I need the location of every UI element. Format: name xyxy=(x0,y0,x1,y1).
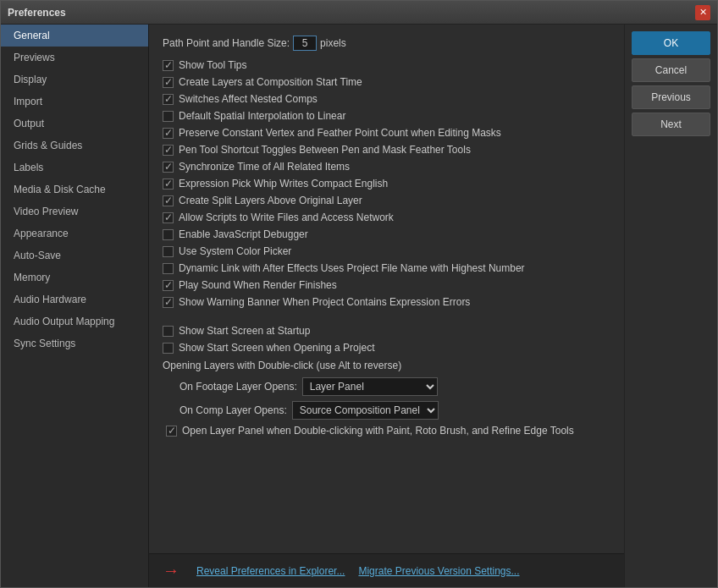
sidebar-item-memory[interactable]: Memory xyxy=(1,267,148,289)
cb-check-enable-js-debugger[interactable] xyxy=(163,229,174,240)
close-button[interactable]: ✕ xyxy=(695,5,710,20)
cb-pen-tool: Pen Tool Shortcut Toggles Between Pen an… xyxy=(163,141,610,158)
on-comp-label: On Comp Layer Opens: xyxy=(180,404,287,416)
cb-show-warning: Show Warning Banner When Project Contain… xyxy=(163,294,610,310)
sidebar-item-sync-settings[interactable]: Sync Settings xyxy=(1,332,148,354)
cb-check-open-layer-panel[interactable] xyxy=(166,426,177,437)
cb-create-layers: Create Layers at Composition Start Time xyxy=(163,74,610,91)
bottom-bar: → Reveal Preferences in Explorer... Migr… xyxy=(149,553,624,587)
sidebar: General Previews Display Import Output G… xyxy=(1,25,149,587)
sidebar-item-video-preview[interactable]: Video Preview xyxy=(1,201,148,223)
sidebar-item-media[interactable]: Media & Disk Cache xyxy=(1,179,148,201)
title-bar: Preferences ✕ xyxy=(1,1,717,25)
sidebar-item-audio-output-mapping[interactable]: Audio Output Mapping xyxy=(1,310,148,332)
path-point-input[interactable] xyxy=(293,36,317,51)
pixels-label: pixels xyxy=(320,37,346,49)
cb-check-preserve-constant[interactable] xyxy=(163,128,174,139)
on-footage-label: On Footage Layer Opens: xyxy=(180,381,297,393)
window-title: Preferences xyxy=(8,7,66,19)
path-point-row: Path Point and Handle Size: pixels xyxy=(163,33,610,53)
cb-check-show-start-screen[interactable] xyxy=(163,326,174,337)
right-buttons-panel: OK Cancel Previous Next xyxy=(624,25,717,587)
next-button[interactable]: Next xyxy=(632,113,710,136)
main-content: Path Point and Handle Size: pixels Show … xyxy=(149,25,624,553)
cb-use-system-color: Use System Color Picker xyxy=(163,243,610,260)
cb-play-sound: Play Sound When Render Finishes xyxy=(163,277,610,294)
cb-enable-js-debugger: Enable JavaScript Debugger xyxy=(163,226,610,243)
sidebar-item-grids[interactable]: Grids & Guides xyxy=(1,135,148,157)
cb-check-show-warning[interactable] xyxy=(163,297,174,308)
cb-check-play-sound[interactable] xyxy=(163,280,174,291)
arrow-icon: → xyxy=(163,561,180,580)
cb-switches-affect: Switches Affect Nested Comps xyxy=(163,91,610,107)
cb-allow-scripts: Allow Scripts to Write Files and Access … xyxy=(163,209,610,226)
sidebar-item-auto-save[interactable]: Auto-Save xyxy=(1,245,148,267)
cb-create-split: Create Split Layers Above Original Layer xyxy=(163,192,610,209)
cb-check-expression-pick[interactable] xyxy=(163,179,174,190)
opening-layers-label: Opening Layers with Double-click (use Al… xyxy=(163,356,610,375)
cb-dynamic-link: Dynamic Link with After Effects Uses Pro… xyxy=(163,260,610,277)
cb-check-use-system-color[interactable] xyxy=(163,246,174,257)
sidebar-item-appearance[interactable]: Appearance xyxy=(1,223,148,245)
cb-check-default-spatial[interactable] xyxy=(163,111,174,122)
cb-open-layer-panel: Open Layer Panel when Double-clicking wi… xyxy=(163,422,610,439)
cb-check-allow-scripts[interactable] xyxy=(163,212,174,223)
cb-check-show-start-screen-opening[interactable] xyxy=(163,343,174,354)
sidebar-item-previews[interactable]: Previews xyxy=(1,47,148,69)
cb-default-spatial: Default Spatial Interpolation to Linear xyxy=(163,107,610,124)
cb-check-show-tool-tips[interactable] xyxy=(163,60,174,71)
migrate-settings-link[interactable]: Migrate Previous Version Settings... xyxy=(358,565,519,577)
ok-button[interactable]: OK xyxy=(632,31,710,55)
cb-preserve-constant: Preserve Constant Vertex and Feather Poi… xyxy=(163,124,610,141)
sidebar-item-output[interactable]: Output xyxy=(1,113,148,135)
cb-check-pen-tool[interactable] xyxy=(163,145,174,156)
cb-check-sync-time[interactable] xyxy=(163,162,174,173)
reveal-preferences-link[interactable]: Reveal Preferences in Explorer... xyxy=(196,565,345,577)
cb-show-start-screen: Show Start Screen at Startup xyxy=(163,322,610,339)
sidebar-item-general[interactable]: General xyxy=(1,25,148,47)
cancel-button[interactable]: Cancel xyxy=(632,58,710,82)
sidebar-item-audio-hardware[interactable]: Audio Hardware xyxy=(1,289,148,310)
on-comp-select[interactable]: Source Composition Panel Layer Panel xyxy=(292,401,439,420)
cb-check-switches-affect[interactable] xyxy=(163,94,174,105)
on-footage-select[interactable]: Layer Panel Footage Panel xyxy=(302,377,438,396)
cb-show-tool-tips: Show Tool Tips xyxy=(163,57,610,74)
previous-button[interactable]: Previous xyxy=(632,85,710,109)
sidebar-item-import[interactable]: Import xyxy=(1,91,148,113)
cb-check-create-split[interactable] xyxy=(163,195,174,206)
sidebar-item-display[interactable]: Display xyxy=(1,69,148,91)
cb-check-dynamic-link[interactable] xyxy=(163,263,174,274)
path-point-label: Path Point and Handle Size: xyxy=(163,37,290,49)
on-footage-row: On Footage Layer Opens: Layer Panel Foot… xyxy=(163,375,610,398)
on-comp-row: On Comp Layer Opens: Source Composition … xyxy=(163,398,610,422)
cb-check-create-layers[interactable] xyxy=(163,77,174,88)
sidebar-item-labels[interactable]: Labels xyxy=(1,157,148,179)
cb-expression-pick: Expression Pick Whip Writes Compact Engl… xyxy=(163,175,610,192)
cb-sync-time: Synchronize Time of All Related Items xyxy=(163,158,610,175)
cb-show-start-screen-opening: Show Start Screen when Opening a Project xyxy=(163,339,610,356)
